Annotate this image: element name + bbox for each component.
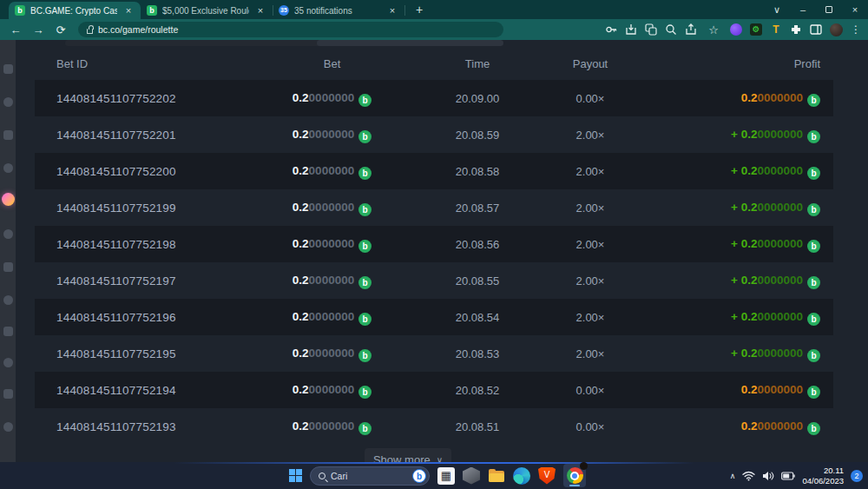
coin-icon: b [807, 422, 820, 435]
coin-icon: b [807, 240, 820, 253]
time-value: 20.08.52 [456, 384, 500, 397]
sidebar-icon-11[interactable] [3, 389, 13, 399]
tab-close-icon[interactable]: × [122, 4, 135, 17]
install-app-icon[interactable] [625, 23, 637, 36]
time-value: 20.08.56 [456, 238, 500, 251]
bet-history-table: Bet ID Bet Time Payout Profit 1440814511… [35, 47, 833, 445]
bet-id-value: 144081451107752199 [56, 202, 176, 215]
chrome-profile-badge [580, 462, 588, 470]
page-content: Bet ID Bet Time Payout Profit 1440814511… [0, 40, 868, 462]
close-window-button[interactable]: × [842, 0, 868, 19]
profit-cell: + 0.20000000b [625, 162, 820, 180]
table-row[interactable]: 144081451107752197 0.20000000b 20.08.55 … [35, 262, 833, 299]
file-explorer-icon[interactable] [488, 467, 505, 485]
clock-date: 04/06/2023 [802, 476, 844, 486]
payout-value: 2.00× [576, 311, 605, 324]
browser-tab[interactable]: b BC.GAME: Crypto Casino Games × [9, 2, 141, 19]
profit-cell: + 0.20000000b [625, 126, 820, 143]
show-more-button[interactable]: Show more ∨ [365, 448, 451, 462]
sidebar-icon-4[interactable] [3, 163, 13, 173]
sidebar-icon-1[interactable] [3, 64, 13, 74]
cube-app-icon[interactable] [463, 467, 480, 485]
table-header-row: Bet ID Bet Time Payout Profit [35, 47, 833, 80]
browser-tab[interactable]: 35 35 notifications × [273, 2, 404, 19]
volume-icon[interactable] [762, 471, 774, 481]
table-row[interactable]: 144081451107752193 0.20000000b 20.08.51 … [35, 408, 833, 445]
table-row[interactable]: 144081451107752198 0.20000000b 20.08.56 … [35, 226, 833, 262]
payout-value: 0.00× [576, 92, 605, 105]
taskbar-search[interactable]: Cari b [310, 466, 430, 486]
sidebar-icon-roulette-active[interactable] [2, 193, 15, 206]
zoom-icon[interactable] [665, 23, 677, 36]
tab-search-chevron-icon[interactable]: ∨ [764, 0, 790, 19]
extension-gear-icon[interactable]: ⚙ [750, 23, 762, 36]
browser-toolbar: ← → ⟳ bc.co/game/roulette ☆ ⚙ T ⋮ [0, 19, 868, 40]
sidebar-icon-9[interactable] [3, 327, 13, 336]
hidden-icons-chevron[interactable]: ∧ [730, 472, 736, 480]
start-button-icon[interactable] [289, 469, 302, 482]
address-bar[interactable]: bc.co/game/roulette [78, 22, 503, 37]
payout-value: 2.00× [576, 165, 605, 178]
table-row[interactable]: 144081451107752194 0.20000000b 20.08.52 … [35, 372, 833, 408]
brave-browser-icon[interactable]: V [538, 467, 556, 485]
wifi-icon[interactable] [742, 471, 755, 481]
scrollbar-thumb[interactable] [317, 40, 503, 46]
browser-tab[interactable]: b $5,000 Exclusive Roulette Prestig × [141, 2, 273, 19]
bcgame-b-icon: b [147, 5, 157, 16]
reload-icon[interactable]: ⟳ [52, 23, 69, 36]
notification-badge[interactable]: 2 [851, 470, 863, 482]
coin-icon: b [358, 130, 372, 143]
battery-icon[interactable] [781, 472, 795, 480]
password-key-icon[interactable] [605, 23, 617, 36]
table-row[interactable]: 144081451107752200 0.20000000b 20.08.58 … [35, 153, 833, 189]
sidebar-icon-2[interactable] [3, 97, 13, 107]
header-bet: Bet [265, 57, 399, 70]
search-placeholder: Cari [331, 471, 407, 481]
minimize-button[interactable]: – [790, 0, 816, 19]
table-row[interactable]: 144081451107752201 0.20000000b 20.08.59 … [35, 116, 833, 153]
side-panel-icon[interactable] [810, 23, 822, 36]
tab-close-icon[interactable]: × [254, 4, 266, 17]
sidebar-icon-6[interactable] [3, 229, 13, 239]
profile-avatar[interactable] [830, 23, 843, 36]
coin-icon: b [358, 203, 372, 216]
back-icon[interactable]: ← [7, 23, 24, 36]
tab-close-icon[interactable]: × [386, 4, 398, 17]
payout-value: 2.00× [576, 129, 605, 142]
table-row[interactable]: 144081451107752196 0.20000000b 20.08.54 … [35, 299, 833, 335]
table-row[interactable]: 144081451107752199 0.20000000b 20.08.57 … [35, 189, 833, 226]
coin-icon: b [358, 240, 372, 253]
browser-menu-icon[interactable]: ⋮ [851, 23, 861, 36]
header-time: Time [399, 57, 556, 70]
table-row[interactable]: 144081451107752202 0.20000000b 20.09.00 … [35, 80, 833, 116]
new-tab-button[interactable]: + [411, 3, 427, 17]
grid-app-icon[interactable]: ▦ [437, 467, 455, 485]
forward-icon[interactable]: → [30, 23, 47, 36]
toolbar-actions: ☆ ⚙ T ⋮ [605, 23, 861, 36]
taskbar-clock[interactable]: 20.11 04/06/2023 [802, 466, 844, 486]
bet-id-value: 144081451107752195 [56, 347, 176, 360]
sidebar-icon-8[interactable] [3, 295, 13, 305]
extensions-puzzle-icon[interactable] [790, 23, 802, 36]
chrome-taskbar-button[interactable] [563, 464, 586, 487]
extension-gold-icon[interactable]: T [770, 23, 782, 36]
maximize-icon [825, 6, 832, 13]
extension-purple-icon[interactable] [730, 23, 742, 36]
time-value: 20.08.54 [456, 311, 500, 324]
maximize-button[interactable] [816, 0, 842, 19]
table-row[interactable]: 144081451107752195 0.20000000b 20.08.53 … [35, 335, 833, 372]
translate-icon[interactable] [645, 23, 657, 36]
sidebar-icon-3[interactable] [3, 130, 13, 140]
sidebar-icon-10[interactable] [3, 358, 13, 367]
sidebar-icon-12[interactable] [3, 422, 13, 432]
bet-cell: 0.20000000b [265, 381, 399, 399]
edge-browser-icon[interactable] [513, 467, 530, 485]
horizontal-scrollbar[interactable] [65, 40, 473, 46]
coin-icon: b [807, 276, 820, 289]
share-icon[interactable] [685, 23, 697, 36]
bookmark-star-icon[interactable]: ☆ [705, 23, 722, 36]
payout-value: 2.00× [576, 347, 605, 360]
table-body: 144081451107752202 0.20000000b 20.09.00 … [35, 80, 833, 445]
coin-icon: b [807, 313, 820, 326]
sidebar-icon-7[interactable] [3, 262, 13, 272]
